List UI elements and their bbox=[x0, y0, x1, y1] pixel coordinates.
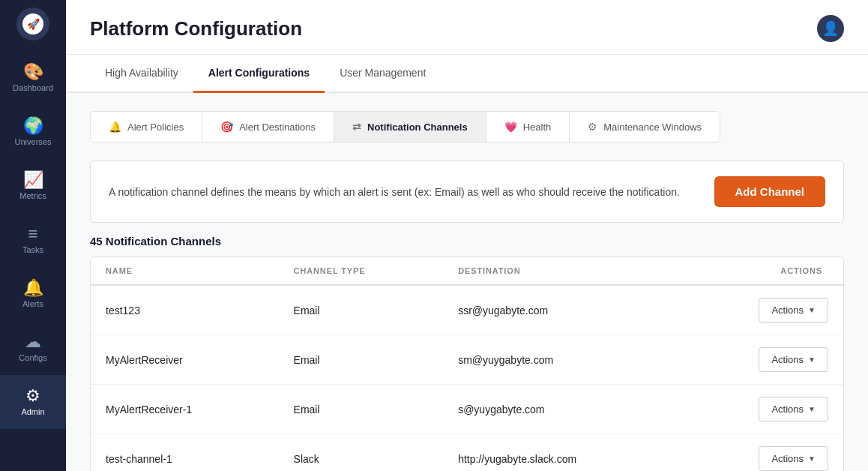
actions-button-3[interactable]: Actions ▼ bbox=[759, 446, 828, 471]
actions-button-2[interactable]: Actions ▼ bbox=[759, 397, 828, 422]
sidebar-item-configs[interactable]: ☁ Configs bbox=[0, 321, 66, 375]
chevron-down-icon: ▼ bbox=[808, 405, 816, 413]
admin-icon: ⚙ bbox=[25, 388, 40, 404]
cell-dest-3: http://yugabyte.slack.com bbox=[443, 434, 683, 472]
col-header-actions: ACTIONS bbox=[683, 257, 843, 285]
sub-tab-alert-destinations[interactable]: 🎯Alert Destinations bbox=[202, 112, 334, 142]
cell-type-2: Email bbox=[279, 385, 444, 434]
sidebar-nav: 🎨 Dashboard 🌍 Universes 📈 Metrics ≡ Task… bbox=[0, 51, 66, 429]
notification-channels-sub-icon: ⇄ bbox=[352, 121, 361, 133]
table-row: MyAlertReceiver Email sm@yuygabyte.com A… bbox=[91, 335, 843, 385]
top-tabs: High AvailabilityAlert ConfigurationsUse… bbox=[66, 55, 868, 93]
cell-type-0: Email bbox=[279, 285, 444, 335]
actions-label-1: Actions bbox=[771, 354, 804, 365]
actions-label-3: Actions bbox=[771, 453, 804, 464]
cell-actions-3: Actions ▼ bbox=[683, 434, 843, 472]
sidebar-label-universes: Universes bbox=[15, 137, 52, 146]
content-area: 🔔Alert Policies🎯Alert Destinations⇄Notif… bbox=[66, 93, 868, 471]
channel-count: 45 Notification Channels bbox=[90, 235, 844, 248]
cell-name-3: test-channel-1 bbox=[91, 434, 279, 472]
cell-name-0: test123 bbox=[91, 285, 279, 335]
alerts-icon: 🔔 bbox=[23, 280, 43, 296]
sidebar-item-tasks[interactable]: ≡ Tasks bbox=[0, 213, 66, 267]
logo-circle: 🚀 bbox=[16, 8, 49, 40]
header: Platform Configuration 👤 bbox=[66, 0, 868, 55]
cell-actions-2: Actions ▼ bbox=[683, 385, 843, 434]
col-header-channel_type: CHANNEL TYPE bbox=[279, 257, 444, 285]
sub-tab-label-health: Health bbox=[523, 122, 552, 133]
sidebar-label-metrics: Metrics bbox=[19, 191, 46, 200]
sub-tab-maintenance-windows[interactable]: ⚙Maintenance Windows bbox=[570, 112, 720, 142]
table-row: test123 Email ssr@yugabyte.com Actions ▼ bbox=[91, 285, 843, 335]
sidebar-item-universes[interactable]: 🌍 Universes bbox=[0, 105, 66, 159]
cell-dest-0: ssr@yugabyte.com bbox=[443, 285, 683, 335]
cell-actions-0: Actions ▼ bbox=[683, 285, 843, 335]
description-row: A notification channel defines the means… bbox=[90, 160, 844, 223]
health-sub-icon: 💗 bbox=[504, 121, 517, 133]
chevron-down-icon: ▼ bbox=[808, 454, 816, 463]
channels-table: NAMECHANNEL TYPEDESTINATIONACTIONS test1… bbox=[91, 257, 843, 471]
actions-button-1[interactable]: Actions ▼ bbox=[759, 347, 828, 372]
channels-table-container: NAMECHANNEL TYPEDESTINATIONACTIONS test1… bbox=[90, 256, 844, 471]
cell-dest-2: s@yuygabyte.com bbox=[443, 385, 683, 434]
actions-label-0: Actions bbox=[771, 304, 804, 316]
tab-high-availability[interactable]: High Availability bbox=[90, 55, 193, 93]
sub-tab-notification-channels[interactable]: ⇄Notification Channels bbox=[334, 112, 486, 142]
sub-tab-health[interactable]: 💗Health bbox=[486, 112, 570, 142]
dashboard-icon: 🎨 bbox=[23, 64, 43, 80]
tab-user-management[interactable]: User Management bbox=[325, 55, 441, 93]
universes-icon: 🌍 bbox=[23, 118, 43, 134]
chevron-down-icon: ▼ bbox=[808, 356, 816, 364]
actions-button-0[interactable]: Actions ▼ bbox=[759, 298, 828, 322]
cell-actions-1: Actions ▼ bbox=[683, 335, 843, 385]
description-text: A notification channel defines the means… bbox=[109, 186, 680, 198]
main-content: Platform Configuration 👤 High Availabili… bbox=[66, 0, 868, 471]
logo-inner: 🚀 bbox=[22, 14, 43, 34]
maintenance-windows-sub-icon: ⚙ bbox=[588, 121, 597, 133]
sidebar-item-metrics[interactable]: 📈 Metrics bbox=[0, 159, 66, 213]
col-header-name: NAME bbox=[91, 257, 279, 285]
cell-type-1: Email bbox=[279, 335, 444, 385]
sidebar-item-alerts[interactable]: 🔔 Alerts bbox=[0, 267, 66, 321]
tab-alert-configurations[interactable]: Alert Configurations bbox=[193, 55, 325, 93]
metrics-icon: 📈 bbox=[23, 172, 43, 188]
tasks-icon: ≡ bbox=[28, 226, 38, 242]
chevron-down-icon: ▼ bbox=[808, 306, 816, 314]
add-channel-button[interactable]: Add Channel bbox=[714, 176, 826, 207]
sidebar-label-tasks: Tasks bbox=[22, 245, 43, 254]
sidebar: 🚀 🎨 Dashboard 🌍 Universes 📈 Metrics ≡ Ta… bbox=[0, 0, 66, 471]
sidebar-item-admin[interactable]: ⚙ Admin bbox=[0, 375, 66, 429]
table-row: test-channel-1 Slack http://yugabyte.sla… bbox=[91, 434, 843, 472]
sidebar-label-configs: Configs bbox=[19, 353, 46, 362]
actions-label-2: Actions bbox=[771, 404, 804, 415]
sub-tab-alert-policies[interactable]: 🔔Alert Policies bbox=[91, 112, 202, 142]
sub-tab-label-notification-channels: Notification Channels bbox=[367, 122, 468, 133]
cell-name-2: MyAlertReceiver-1 bbox=[91, 385, 279, 434]
cell-type-3: Slack bbox=[279, 434, 444, 472]
alert-policies-sub-icon: 🔔 bbox=[109, 121, 121, 133]
sub-tabs: 🔔Alert Policies🎯Alert Destinations⇄Notif… bbox=[90, 111, 720, 142]
sidebar-label-alerts: Alerts bbox=[22, 299, 43, 308]
user-avatar[interactable]: 👤 bbox=[817, 15, 844, 42]
cell-dest-1: sm@yuygabyte.com bbox=[443, 335, 683, 385]
page-title: Platform Configuration bbox=[90, 17, 302, 40]
sub-tab-label-alert-destinations: Alert Destinations bbox=[239, 122, 316, 133]
sub-tab-label-alert-policies: Alert Policies bbox=[127, 122, 184, 133]
configs-icon: ☁ bbox=[25, 334, 41, 350]
sidebar-label-dashboard: Dashboard bbox=[13, 83, 53, 92]
logo: 🚀 bbox=[0, 0, 66, 48]
sub-tab-label-maintenance-windows: Maintenance Windows bbox=[603, 122, 702, 133]
col-header-destination: DESTINATION bbox=[443, 257, 683, 285]
table-row: MyAlertReceiver-1 Email s@yuygabyte.com … bbox=[91, 385, 843, 434]
table-header-row: NAMECHANNEL TYPEDESTINATIONACTIONS bbox=[91, 257, 843, 285]
sidebar-label-admin: Admin bbox=[21, 407, 44, 416]
alert-destinations-sub-icon: 🎯 bbox=[220, 121, 233, 133]
sidebar-item-dashboard[interactable]: 🎨 Dashboard bbox=[0, 51, 66, 105]
cell-name-1: MyAlertReceiver bbox=[91, 335, 279, 385]
